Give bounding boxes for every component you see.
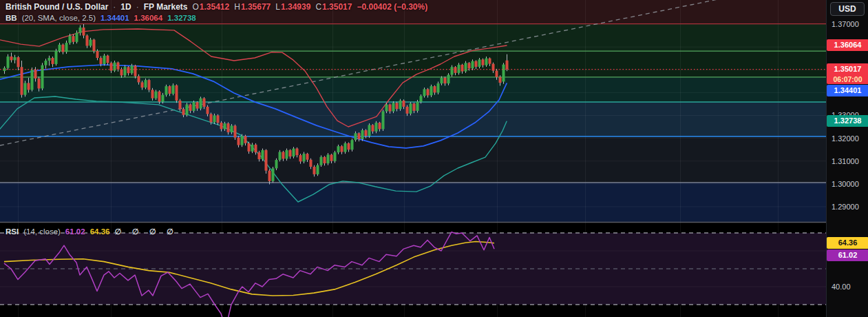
legend-separator: · [136, 2, 139, 12]
candle-up [423, 89, 426, 96]
candle-down [179, 101, 182, 109]
candle-down [358, 133, 361, 139]
candle-down [396, 103, 399, 109]
candle-up [55, 51, 58, 64]
candle-up [451, 67, 454, 74]
candle-up [45, 61, 47, 65]
change-label: −0.00402 (−0.30%) [357, 2, 427, 12]
candle-down [244, 136, 247, 143]
ohlc-close: C 1.35017 [315, 2, 352, 12]
candle-up [262, 150, 264, 159]
candle-down [141, 82, 144, 88]
candle-up [293, 149, 295, 157]
rsi-hidden-values: ∅ ∅ ∅ ∅ [114, 227, 178, 236]
candle-up [399, 101, 402, 109]
candle-down [134, 65, 137, 76]
candle-up [162, 95, 165, 102]
candle-down [210, 114, 213, 122]
candle-down [72, 36, 75, 42]
candle-down [282, 152, 285, 158]
candle-down [265, 150, 268, 171]
candle-up [375, 123, 378, 132]
candle-up [251, 145, 254, 152]
candle-down [158, 92, 161, 102]
candle-down [86, 36, 89, 46]
candle-up [103, 56, 106, 64]
bb-upper-value: 1.36064 [134, 14, 163, 22]
candle-down [207, 107, 209, 114]
candle-down [454, 67, 457, 73]
candle-down [468, 63, 471, 68]
candle-up [416, 102, 419, 111]
candle-up [478, 59, 481, 67]
candle-down [313, 167, 316, 174]
price-axis-label: 1.31000 [832, 156, 859, 166]
candle-down [96, 51, 99, 58]
candle-up [465, 63, 467, 71]
chart-canvas[interactable] [0, 0, 826, 317]
candle-up [286, 150, 288, 159]
candle-up [447, 75, 450, 84]
candle-down [148, 80, 151, 90]
countdown-timer: 06:07:00 [827, 75, 868, 84]
candle-down [461, 65, 464, 72]
candle-down [341, 146, 343, 152]
rsi-value: 61.02 [65, 227, 85, 236]
symbol-legend[interactable]: British Pound / U.S. Dollar · 1D · FP Ma… [6, 2, 427, 12]
candle-down [151, 90, 154, 98]
rsi-badge: 61.02 [827, 249, 868, 261]
candle-down [17, 57, 20, 67]
candle-up [272, 168, 275, 181]
candle-up [368, 125, 371, 136]
candle-up [337, 146, 340, 152]
candle-up [334, 152, 337, 161]
candle-up [155, 92, 158, 99]
candle-down [127, 67, 130, 73]
candle-up [351, 140, 354, 150]
candle-up [186, 105, 189, 115]
rsi-indicator-legend[interactable]: RSI (14, close) 61.02 64.36 ∅ ∅ ∅ ∅ [6, 227, 178, 236]
candle-up [344, 143, 347, 152]
price-zone [0, 183, 826, 222]
candle-up [231, 125, 233, 132]
candle-up [213, 115, 216, 122]
price-badge: 1.36064 [827, 39, 868, 51]
candle-down [489, 59, 491, 64]
candle-up [172, 85, 175, 94]
candle-down [234, 125, 237, 137]
candle-up [69, 36, 72, 43]
currency-button[interactable]: USD [830, 2, 865, 16]
candle-up [458, 65, 461, 73]
candle-up [89, 40, 92, 46]
candle-down [258, 152, 261, 159]
candle-down [403, 101, 405, 107]
candle-down [496, 71, 498, 77]
candle-up [59, 45, 61, 51]
candle-up [279, 152, 282, 160]
candle-down [296, 149, 299, 156]
candle-up [145, 80, 147, 88]
candle-up [472, 61, 474, 69]
candle-down [299, 155, 302, 161]
rsi-ma-value: 64.36 [90, 227, 110, 236]
candle-up [65, 43, 68, 52]
candle-down [248, 143, 251, 152]
candle-up [441, 78, 443, 83]
candle-down [475, 61, 478, 67]
bb-name: BB [6, 14, 17, 22]
candle-up [320, 157, 323, 165]
candle-up [193, 102, 195, 111]
ohlc-low: L 1.34939 [275, 2, 310, 12]
price-axis[interactable]: USD 1.370001.330001.320001.310001.300001… [826, 0, 868, 317]
candle-down [117, 63, 120, 70]
candle-down [324, 157, 326, 163]
candle-up [382, 112, 385, 130]
price-axis-label: 1.32000 [832, 134, 859, 143]
price-axis-label: 1.37000 [832, 19, 859, 29]
bb-indicator-legend[interactable]: BB (20, SMA, close, 2.5) 1.34401 1.36064… [6, 14, 196, 22]
candle-down [444, 78, 447, 83]
price-zone [0, 77, 826, 102]
rsi-axis-label: 40.00 [832, 282, 851, 292]
price-axis-label: 1.29000 [832, 202, 859, 212]
price-badge: 1.32738 [827, 115, 868, 127]
